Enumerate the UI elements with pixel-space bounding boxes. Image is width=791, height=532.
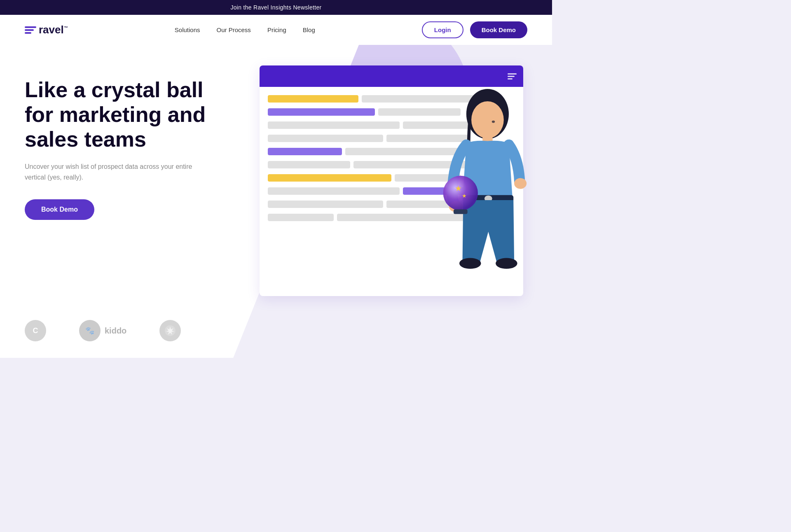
book-demo-header-button[interactable]: Book Demo bbox=[470, 21, 527, 38]
svg-text:★: ★ bbox=[455, 184, 462, 193]
crunchbase-icon: C bbox=[25, 320, 46, 341]
svg-point-3 bbox=[471, 101, 504, 138]
bar-yellow-bottom bbox=[268, 174, 391, 182]
nav-solutions[interactable]: Solutions bbox=[175, 26, 200, 33]
logo-text: ravel™ bbox=[39, 23, 68, 36]
header: ravel™ Solutions Our Process Pricing Blo… bbox=[0, 15, 552, 45]
kiddo-icon: 🐾 bbox=[79, 320, 101, 341]
main-nav: Solutions Our Process Pricing Blog bbox=[175, 26, 315, 33]
person-illustration: ★ ★ bbox=[416, 74, 540, 313]
bar-yellow-top bbox=[268, 95, 358, 103]
bar-gray-e bbox=[268, 135, 383, 142]
hero-content: Like a crystal ball for marketing and sa… bbox=[0, 45, 239, 253]
svg-text:★: ★ bbox=[462, 193, 467, 199]
buzz-icon bbox=[159, 320, 181, 341]
logo-crunchbase: C bbox=[25, 320, 46, 341]
bar-gray-k bbox=[268, 187, 400, 195]
header-actions: Login Book Demo bbox=[422, 21, 527, 38]
bar-purple-a bbox=[268, 108, 375, 116]
bar-gray-h bbox=[268, 161, 350, 168]
svg-point-12 bbox=[443, 176, 478, 210]
buzz-svg-icon bbox=[164, 325, 176, 336]
top-banner: Join the Ravel Insights Newsletter bbox=[0, 0, 552, 15]
hero-section: // Dots rendered via inline SVG pattern … bbox=[0, 45, 552, 358]
nav-our-process[interactable]: Our Process bbox=[217, 26, 251, 33]
logo-buzz bbox=[159, 320, 181, 341]
bar-purple-b bbox=[268, 148, 342, 155]
svg-point-11 bbox=[496, 258, 517, 269]
logo[interactable]: ravel™ bbox=[25, 23, 68, 36]
hero-title: Like a crystal ball for marketing and sa… bbox=[25, 78, 214, 152]
banner-text: Join the Ravel Insights Newsletter bbox=[230, 4, 321, 11]
bar-gray-c bbox=[268, 121, 400, 129]
logo-kiddo: 🐾 kiddo bbox=[79, 320, 126, 341]
svg-point-7 bbox=[514, 178, 527, 189]
nav-pricing[interactable]: Pricing bbox=[267, 26, 286, 33]
hero-subtitle: Uncover your wish list of prospect data … bbox=[25, 161, 198, 182]
bar-gray-l bbox=[268, 201, 383, 208]
svg-point-10 bbox=[459, 258, 481, 269]
logos-section: C 🐾 kiddo bbox=[0, 312, 206, 358]
book-demo-hero-button[interactable]: Book Demo bbox=[25, 199, 94, 220]
svg-point-4 bbox=[492, 121, 495, 123]
nav-blog[interactable]: Blog bbox=[303, 26, 315, 33]
hero-illustration: ★ ★ bbox=[260, 57, 540, 313]
svg-rect-15 bbox=[454, 209, 468, 214]
kiddo-label: kiddo bbox=[105, 326, 126, 336]
bar-gray-n bbox=[268, 214, 334, 221]
logo-icon bbox=[25, 26, 36, 34]
login-button[interactable]: Login bbox=[422, 21, 463, 38]
